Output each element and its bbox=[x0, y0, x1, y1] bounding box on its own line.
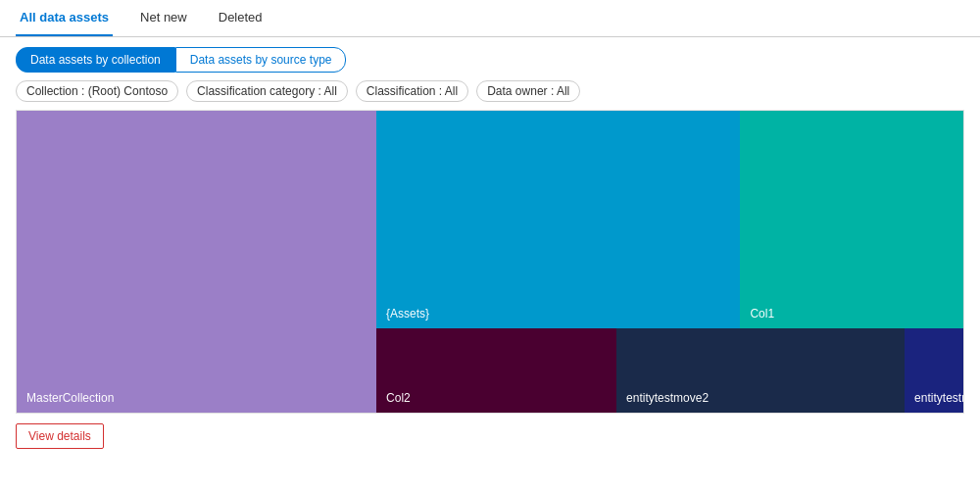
treemap-right-section: {Assets} Col1 Col2 entitytestmove2 entit… bbox=[376, 111, 963, 413]
treemap-top-right: {Assets} Col1 bbox=[376, 111, 963, 328]
treemap-block-col1[interactable]: Col1 bbox=[740, 111, 963, 328]
filter-chips: Collection : (Root) Contoso Classificati… bbox=[16, 80, 964, 102]
treemap-label-mastercollection: MasterCollection bbox=[26, 391, 114, 405]
treemap-inner: MasterCollection {Assets} Col1 Col2 enti… bbox=[17, 111, 963, 413]
treemap-label-col1: Col1 bbox=[750, 307, 774, 320]
treemap-block-entitytestmove2[interactable]: entitytestmove2 bbox=[616, 328, 905, 413]
treemap-block-entitytestmov[interactable]: entitytestmov... bbox=[905, 328, 963, 413]
treemap-label-entitytestmove2: entitytestmove2 bbox=[626, 391, 709, 405]
tab-net-new[interactable]: Net new bbox=[136, 0, 191, 36]
toggle-by-collection[interactable]: Data assets by collection bbox=[16, 47, 175, 73]
treemap-bottom-right: Col2 entitytestmove2 entitytestmov... bbox=[376, 328, 963, 413]
top-tab-bar: All data assets Net new Deleted bbox=[0, 0, 980, 37]
treemap-block-mastercollection[interactable]: MasterCollection bbox=[17, 111, 376, 413]
treemap-label-entitytestmov: entitytestmov... bbox=[914, 391, 964, 405]
filter-section: Data assets by collection Data assets by… bbox=[0, 37, 980, 110]
filter-chip-collection[interactable]: Collection : (Root) Contoso bbox=[16, 80, 178, 102]
tab-all-data-assets[interactable]: All data assets bbox=[16, 0, 113, 36]
treemap-chart: MasterCollection {Assets} Col1 Col2 enti… bbox=[16, 110, 964, 414]
treemap-block-col2[interactable]: Col2 bbox=[376, 328, 616, 413]
treemap-label-col2: Col2 bbox=[386, 391, 411, 405]
view-toggle: Data assets by collection Data assets by… bbox=[16, 47, 964, 73]
view-details-section: View details bbox=[0, 414, 980, 459]
filter-chip-data-owner[interactable]: Data owner : All bbox=[476, 80, 580, 102]
toggle-by-source-type[interactable]: Data assets by source type bbox=[175, 47, 347, 73]
filter-chip-classification[interactable]: Classification : All bbox=[356, 80, 468, 102]
tab-deleted[interactable]: Deleted bbox=[215, 0, 267, 36]
filter-chip-classification-category[interactable]: Classification category : All bbox=[186, 80, 348, 102]
treemap-label-assets: {Assets} bbox=[386, 307, 429, 320]
treemap-block-assets[interactable]: {Assets} bbox=[376, 111, 740, 328]
view-details-button[interactable]: View details bbox=[16, 423, 104, 449]
